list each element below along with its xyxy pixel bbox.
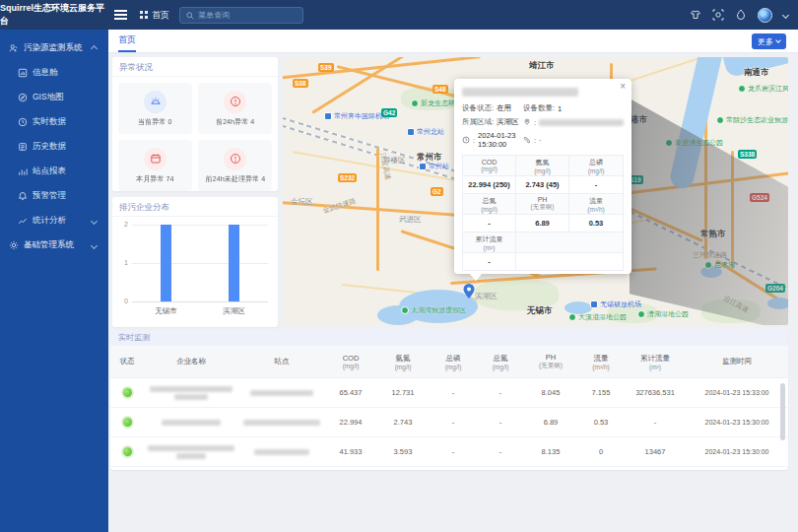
stats-icon: [18, 216, 28, 226]
chevron-up-icon: [92, 43, 97, 53]
chevron-down-icon: [775, 37, 781, 43]
warn-icon: [224, 91, 246, 113]
sidebar-item-5[interactable]: 历史数据: [0, 134, 108, 159]
chart-gridline: [132, 225, 268, 226]
company-cell: [144, 378, 238, 407]
search-input[interactable]: 菜单查询: [179, 7, 303, 24]
popup-metrics-row: 总氮(mg/l)PH(无量纲)流量(m³/h): [463, 194, 623, 215]
abnormal-panel-title: 异常状况: [112, 57, 278, 77]
column-header-站点: 站点: [238, 346, 325, 377]
clock-icon: [462, 136, 470, 144]
site-redacted: [250, 390, 313, 396]
metric-value-cell: -: [463, 253, 516, 271]
popup-metrics-row: 累计流量(m³): [463, 233, 623, 253]
map-park-label: 漕湖湿地公园: [637, 309, 689, 319]
value-cell: -: [477, 408, 524, 436]
redacted-bar: [254, 449, 309, 455]
abnormal-card-3[interactable]: 本月异常 74: [118, 140, 192, 191]
sidebar-item-6[interactable]: 站点报表: [0, 159, 108, 183]
column-header-流量: 流量(m³/h): [577, 346, 625, 377]
sidebar-item-label: 基础管理系统: [24, 239, 74, 251]
value-cell: 327636.531: [625, 378, 686, 407]
road-number-badge: S39: [318, 63, 334, 72]
road-number-badge: G2: [431, 187, 443, 196]
metric-value-cell: 0.53: [569, 215, 623, 233]
road-number-badge: S232: [338, 173, 357, 182]
table-row-2[interactable]: 22.9942.743--6.890.53-2024-01-23 15:30:0…: [110, 408, 788, 437]
sidebar-item-4[interactable]: 实时数据: [0, 109, 108, 134]
breadcrumb[interactable]: 首页: [140, 0, 169, 30]
sidebar-item-label: 实时数据: [33, 116, 66, 128]
sidebar-item-8[interactable]: 统计分析: [0, 208, 108, 233]
sidebar-item-label: GIS地图: [33, 92, 64, 103]
gis-map[interactable]: 靖江市南通市张家港市常州市常熟市无锡市钟楼区武进区金坛区滨湖区新龙生态林黄泗浦生…: [283, 57, 788, 325]
popup-metrics-table: COD(mg/l)氨氮(mg/l)总磷(mg/l)22.994 (250)2.7…: [462, 155, 624, 271]
sidebar-item-9[interactable]: 基础管理系统: [0, 233, 108, 257]
popup-close-icon[interactable]: ×: [620, 82, 626, 92]
abnormal-card-4[interactable]: 前24h未处理异常 4: [198, 140, 272, 191]
metric-value-cell: 2.743 (45): [516, 176, 569, 194]
status-online-dot: [123, 447, 132, 456]
map-pin-icon[interactable]: [463, 284, 475, 302]
time-cell: 2024-01-23 15:30:00: [686, 408, 788, 436]
metric-value-cell: -: [463, 215, 516, 233]
sidebar-item-7[interactable]: 预警管理: [0, 183, 108, 208]
chart-bar: [229, 225, 239, 301]
tab-home[interactable]: 首页: [118, 30, 136, 52]
settings-icon: [9, 240, 19, 250]
distribution-bar-chart: 210无锡市滨湖区: [116, 219, 274, 323]
flame-icon[interactable]: [735, 9, 747, 21]
sidebar-item-3[interactable]: GIS地图: [0, 85, 108, 109]
topbar-actions: [690, 0, 788, 30]
sidebar-item-2[interactable]: 信息舱: [0, 60, 108, 85]
users-icon: [9, 43, 19, 53]
monitor-table: 状态企业名称站点COD(mg/l)氨氮(mg/l)总磷(mg/l)总氮(mg/l…: [110, 346, 788, 467]
popup-metrics-row: COD(mg/l)氨氮(mg/l)总磷(mg/l): [463, 156, 623, 176]
value-cell: 41.933: [325, 437, 376, 466]
popup-fields: 设备状态:在用设备数量:1所属区域:滨湖区::2024-01-23 15:30:…: [462, 103, 624, 149]
chevron-down-icon[interactable]: [782, 11, 789, 18]
map-park-label: 新龙生态林: [411, 99, 455, 108]
menu-toggle-icon[interactable]: [114, 14, 127, 16]
abnormal-card-2[interactable]: 前24h异常 4: [198, 83, 272, 134]
company-cell: [144, 408, 238, 436]
metric-value-cell: 22.994 (250): [463, 176, 516, 194]
app-logo: Squirrel生态环境云服务平台: [0, 0, 108, 30]
table-row-1[interactable]: 65.43712.731--8.0457.155327636.5312024-0…: [110, 378, 788, 408]
value-cell: 12.731: [376, 378, 430, 407]
more-button[interactable]: 更多: [752, 33, 786, 49]
table-row-3[interactable]: 41.9333.593--8.1350134672024-01-23 15:30…: [110, 437, 788, 467]
redacted-bar: [150, 386, 233, 392]
screenshot-icon[interactable]: [712, 9, 724, 21]
main-content: 首页 更多 异常状况 当前异常 0前24h异常 4本月异常 74前24h未处理异…: [108, 30, 798, 532]
metric-value-cell: -: [569, 176, 623, 194]
metric-header-cell: 总磷(mg/l): [569, 156, 623, 176]
monitor-table-header: 状态企业名称站点COD(mg/l)氨氮(mg/l)总磷(mg/l)总氮(mg/l…: [110, 346, 788, 378]
theme-shirt-icon[interactable]: [690, 9, 701, 21]
metric-header-cell: PH(无量纲): [516, 194, 569, 215]
device-count-field: 设备数量:1: [523, 103, 624, 113]
abnormal-card-1[interactable]: 当前异常 0: [118, 83, 192, 134]
company-cell: [144, 437, 238, 466]
status-cell: [110, 378, 144, 407]
site-redacted: [243, 420, 320, 426]
time-field: :2024-01-23 15:30:00: [462, 131, 523, 149]
value-cell: -: [625, 408, 686, 436]
value-cell: 8.045: [524, 378, 577, 407]
status-online-dot: [123, 388, 132, 397]
park-icon: [716, 116, 724, 124]
sidebar-item-1[interactable]: 污染源监测系统: [0, 35, 108, 60]
search-icon: [186, 12, 194, 20]
site-cell: [238, 408, 325, 436]
distribution-panel-title: 排污企业分布: [112, 197, 278, 217]
app-root: Squirrel生态环境云服务平台 首页 菜单查询 污染源监测系统信息舱GIS地…: [0, 0, 798, 532]
user-avatar[interactable]: [758, 8, 772, 23]
table-scrollbar[interactable]: [780, 383, 785, 440]
map-city-label: 靖江市: [529, 60, 555, 72]
value-cell: 0: [577, 437, 625, 466]
column-header-累计流量: 累计流量(m³): [625, 346, 686, 377]
abnormal-card-label: 当前异常 0: [138, 117, 171, 127]
park-icon: [568, 313, 576, 321]
station-icon: [590, 300, 598, 308]
redacted-bar: [162, 420, 221, 426]
